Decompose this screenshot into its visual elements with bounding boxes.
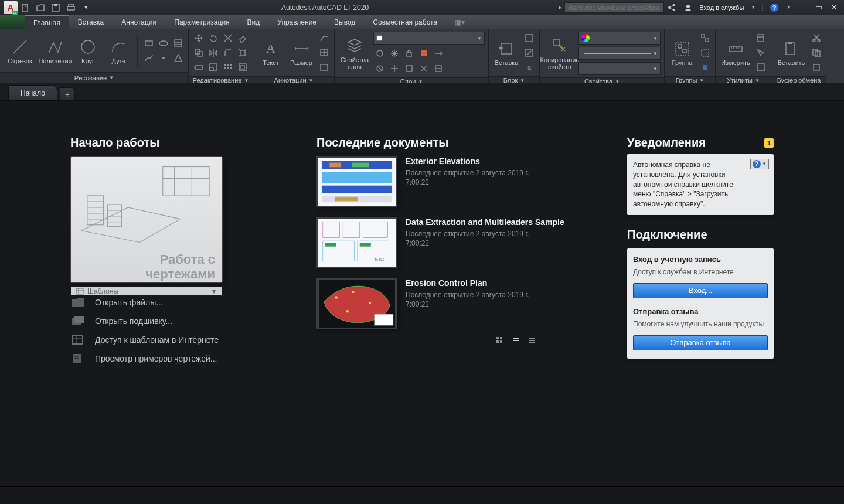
tool-polyline[interactable]: Полилиния	[39, 38, 72, 64]
offline-help-widget[interactable]: ?▼	[750, 159, 769, 169]
minimize-button[interactable]: —	[797, 2, 810, 13]
view-list-icon[interactable]	[512, 336, 520, 344]
clip-base-icon[interactable]	[810, 61, 823, 74]
filetab-start[interactable]: Начало	[8, 85, 57, 100]
layer-c-icon[interactable]	[403, 62, 416, 75]
tool-insert-block[interactable]: Вставка	[492, 39, 520, 66]
linetype-dropdown[interactable]: ▼	[578, 62, 661, 75]
cut-icon[interactable]	[810, 32, 823, 45]
app-logo[interactable]: A	[4, 1, 18, 14]
tab-manage[interactable]: Управление	[268, 15, 325, 29]
file-menu-tab[interactable]	[0, 15, 25, 29]
tool-line[interactable]: Отрезок	[4, 38, 36, 64]
recent-item-1[interactable]: TABLE Data Extraction and Multileaders S…	[316, 217, 604, 268]
rectangle-icon[interactable]	[142, 37, 155, 50]
recent-item-2[interactable]: Erosion Control Plan Последнее открытие …	[316, 278, 604, 329]
signin-button[interactable]: Вход...	[633, 283, 768, 298]
tool-measure[interactable]: Измерить	[719, 39, 752, 66]
tab-extra[interactable]: ▣▾	[446, 15, 474, 29]
signin-label[interactable]: Вход в службы	[699, 4, 744, 11]
clip-copy-icon[interactable]	[810, 46, 823, 59]
templates-dropdown[interactable]: Шаблоны ▼	[71, 287, 222, 295]
plot-icon[interactable]	[66, 2, 76, 13]
tab-parametric[interactable]: Параметризация	[165, 15, 238, 29]
hatch-icon[interactable]	[172, 37, 185, 50]
view-thumbs-icon[interactable]	[495, 336, 503, 344]
start-drawing-card[interactable]: Работа с чертежами Шаблоны ▼	[70, 156, 223, 283]
layer-dropdown[interactable]: ▼	[373, 32, 485, 45]
color-dropdown[interactable]: ▼	[578, 32, 661, 45]
erase-icon[interactable]	[236, 32, 249, 45]
scale-icon[interactable]	[207, 61, 220, 74]
tab-collaborate[interactable]: Совместная работа	[364, 15, 446, 29]
close-button[interactable]: ✕	[828, 2, 840, 13]
mtext-icon[interactable]	[318, 61, 331, 74]
array-icon[interactable]	[222, 61, 234, 74]
tab-view[interactable]: Вид	[239, 15, 269, 29]
tab-home[interactable]: Главная	[25, 15, 69, 29]
fillet-icon[interactable]	[222, 46, 234, 59]
new-file-icon[interactable]	[20, 2, 30, 13]
filetab-add[interactable]: +	[60, 87, 75, 100]
tool-arc[interactable]: Дуга	[104, 38, 132, 64]
leader-icon[interactable]	[318, 32, 331, 45]
layer-match-icon[interactable]	[432, 47, 445, 60]
block-attr-icon[interactable]: a	[523, 61, 536, 74]
copy-icon[interactable]	[192, 46, 205, 59]
feedback-button[interactable]: Отправка отзыва	[633, 335, 768, 350]
view-details-icon[interactable]	[528, 336, 536, 344]
rotate-icon[interactable]	[207, 32, 220, 45]
stretch-icon[interactable]	[192, 61, 205, 74]
group-edit-icon[interactable]	[699, 46, 712, 59]
table-icon[interactable]	[318, 46, 331, 59]
layer-e-icon[interactable]	[432, 62, 445, 75]
share-icon[interactable]	[666, 2, 677, 13]
calc-icon[interactable]	[754, 32, 767, 45]
ellipse-icon[interactable]	[157, 37, 170, 50]
layer-lock-icon[interactable]	[403, 47, 416, 60]
panel-label-draw[interactable]: Рисование▼	[0, 72, 188, 83]
lineweight-dropdown[interactable]: ▼	[578, 47, 661, 60]
tool-match-props[interactable]: Копирование свойств	[543, 36, 576, 70]
open-sheetset-link[interactable]: Открыть подшивку...	[70, 316, 293, 326]
region-icon[interactable]	[172, 52, 185, 64]
save-file-icon[interactable]	[50, 2, 61, 13]
move-icon[interactable]	[192, 32, 205, 45]
block-create-icon[interactable]	[523, 32, 536, 45]
tab-output[interactable]: Вывод	[325, 15, 364, 29]
group-select-icon[interactable]	[699, 61, 712, 74]
open-files-link[interactable]: Открыть файлы...	[70, 297, 293, 308]
search-input[interactable]	[564, 2, 664, 13]
trim-icon[interactable]	[222, 32, 234, 45]
tool-dimension[interactable]: Размер	[287, 39, 315, 66]
tool-layerprops[interactable]: Свойства слоя	[338, 36, 371, 70]
count-icon[interactable]	[754, 61, 767, 74]
recent-item-0[interactable]: Exterior Elevations Последнее открытие 2…	[316, 156, 604, 207]
layer-b-icon[interactable]	[388, 62, 401, 75]
sample-drawings-link[interactable]: Просмотр примеров чертежей...	[70, 353, 293, 364]
tool-text[interactable]: A Текст	[257, 39, 285, 66]
open-file-icon[interactable]	[35, 2, 46, 13]
online-templates-link[interactable]: Доступ к шаблонам в Интернете	[70, 335, 293, 345]
ungroup-icon[interactable]	[699, 32, 712, 45]
point-icon[interactable]	[157, 52, 170, 64]
tool-circle[interactable]: Круг	[74, 38, 102, 64]
offset-icon[interactable]	[236, 61, 249, 74]
tool-group[interactable]: Группа	[668, 39, 696, 66]
spline-icon[interactable]	[142, 52, 155, 64]
mirror-icon[interactable]	[207, 46, 220, 59]
layer-d-icon[interactable]	[417, 62, 430, 75]
tab-annotate[interactable]: Аннотации	[113, 15, 165, 29]
block-edit-icon[interactable]	[523, 46, 536, 59]
tab-insert[interactable]: Вставка	[69, 15, 113, 29]
tool-paste[interactable]: Вставить	[775, 39, 808, 66]
select-icon[interactable]	[754, 46, 767, 59]
layer-a-icon[interactable]	[373, 62, 386, 75]
explode-icon[interactable]	[236, 46, 249, 59]
layer-off-icon[interactable]	[373, 47, 386, 60]
maximize-button[interactable]: ▭	[812, 2, 825, 13]
layer-freeze-icon[interactable]	[388, 47, 401, 60]
qat-dropdown-icon[interactable]: ▾	[81, 2, 91, 13]
help-icon[interactable]: ?	[769, 2, 780, 13]
layer-color-icon[interactable]	[417, 47, 430, 60]
